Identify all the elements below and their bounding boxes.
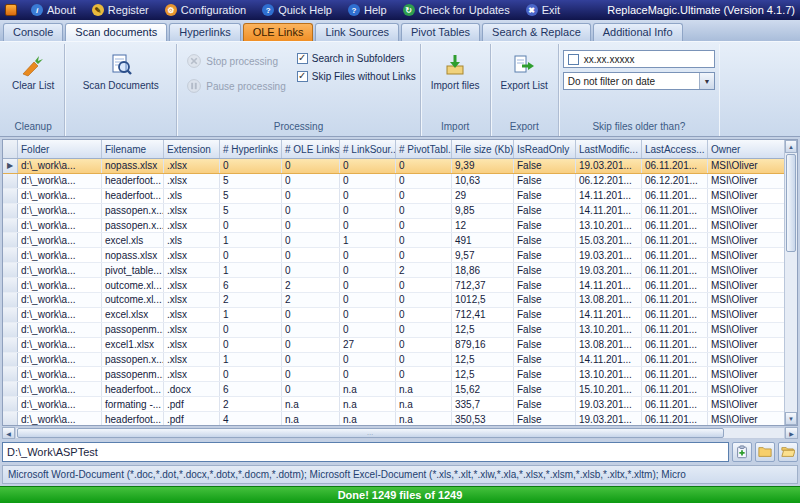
grid-cell[interactable]: .pdf bbox=[164, 397, 220, 411]
column-header-ole-links[interactable]: # OLE Links bbox=[282, 140, 340, 158]
grid-cell[interactable]: 06.11.201... bbox=[642, 367, 708, 381]
column-header-isreadonly[interactable]: IsReadOnly bbox=[514, 140, 576, 158]
grid-cell[interactable]: headerfoot... bbox=[102, 382, 164, 396]
table-row[interactable]: d:\_work\a...headerfoot....docx60n.an.a1… bbox=[3, 382, 784, 397]
grid-cell[interactable]: .xls bbox=[164, 233, 220, 247]
grid-cell[interactable]: .xlsx bbox=[164, 263, 220, 277]
grid-cell[interactable]: False bbox=[514, 323, 576, 337]
grid-cell[interactable]: 491 bbox=[452, 233, 514, 247]
grid-cell[interactable]: 14.11.201... bbox=[576, 204, 642, 218]
grid-cell[interactable]: 0 bbox=[396, 174, 452, 188]
grid-cell[interactable]: 0 bbox=[220, 323, 282, 337]
menu-item-exit[interactable]: ✖Exit bbox=[518, 0, 568, 20]
grid-cell[interactable]: 0 bbox=[282, 338, 340, 352]
grid-cell[interactable]: False bbox=[514, 204, 576, 218]
table-row[interactable]: d:\_work\a...pivot_table....xlsx100218,8… bbox=[3, 263, 784, 278]
grid-cell[interactable]: 6 bbox=[220, 382, 282, 396]
table-row[interactable]: d:\_work\a...outcome.xl....xlsx22001012,… bbox=[3, 293, 784, 308]
column-header-hyperlinks[interactable]: # Hyperlinks bbox=[220, 140, 282, 158]
grid-cell[interactable]: .pdf bbox=[164, 412, 220, 425]
date-filter-dropdown[interactable]: Do not filter on date ▼ bbox=[563, 72, 715, 90]
grid-cell[interactable]: 2 bbox=[282, 293, 340, 307]
grid-cell[interactable]: 9,39 bbox=[452, 159, 514, 173]
grid-cell[interactable]: 0 bbox=[282, 353, 340, 367]
grid-cell[interactable]: False bbox=[514, 233, 576, 247]
import-files-button[interactable]: Import files bbox=[425, 47, 486, 94]
grid-cell[interactable]: MSI\Oliver bbox=[708, 189, 784, 203]
grid-cell[interactable]: 0 bbox=[220, 248, 282, 262]
menu-item-about[interactable]: iAbout bbox=[23, 0, 84, 20]
grid-cell[interactable]: False bbox=[514, 174, 576, 188]
grid-cell[interactable]: 9,57 bbox=[452, 248, 514, 262]
grid-cell[interactable]: 0 bbox=[396, 204, 452, 218]
tab-hyperlinks[interactable]: Hyperlinks bbox=[169, 23, 240, 41]
grid-cell[interactable]: 1012,5 bbox=[452, 293, 514, 307]
grid-cell[interactable]: 06.11.201... bbox=[642, 233, 708, 247]
grid-cell[interactable]: pivot_table... bbox=[102, 263, 164, 277]
grid-cell[interactable]: 5 bbox=[220, 189, 282, 203]
grid-cell[interactable]: 0 bbox=[396, 353, 452, 367]
vertical-scrollbar[interactable]: ▲ ▼ bbox=[784, 140, 797, 425]
grid-cell[interactable]: 19.03.201... bbox=[576, 263, 642, 277]
grid-cell[interactable]: MSI\Oliver bbox=[708, 323, 784, 337]
grid-cell[interactable]: False bbox=[514, 338, 576, 352]
grid-cell[interactable]: passopenm... bbox=[102, 367, 164, 381]
grid-cell[interactable]: 06.11.201... bbox=[642, 248, 708, 262]
grid-cell[interactable]: 9,85 bbox=[452, 204, 514, 218]
table-row[interactable]: d:\_work\a...excel.xlsx.xlsx1000712,41Fa… bbox=[3, 308, 784, 323]
grid-cell[interactable]: 335,7 bbox=[452, 397, 514, 411]
grid-cell[interactable]: False bbox=[514, 278, 576, 292]
tab-search-replace[interactable]: Search & Replace bbox=[482, 23, 591, 41]
grid-cell[interactable]: d:\_work\a... bbox=[18, 263, 102, 277]
grid-cell[interactable]: MSI\Oliver bbox=[708, 367, 784, 381]
grid-cell[interactable]: 29 bbox=[452, 189, 514, 203]
grid-cell[interactable]: d:\_work\a... bbox=[18, 248, 102, 262]
grid-cell[interactable]: d:\_work\a... bbox=[18, 293, 102, 307]
grid-cell[interactable]: 14.11.201... bbox=[576, 353, 642, 367]
grid-cell[interactable]: .docx bbox=[164, 382, 220, 396]
grid-cell[interactable]: 350,53 bbox=[452, 412, 514, 425]
grid-cell[interactable]: 0 bbox=[396, 323, 452, 337]
grid-cell[interactable]: 06.11.201... bbox=[642, 293, 708, 307]
grid-cell[interactable]: 6 bbox=[220, 278, 282, 292]
grid-cell[interactable]: 15.03.201... bbox=[576, 233, 642, 247]
grid-cell[interactable]: 0 bbox=[396, 338, 452, 352]
grid-cell[interactable]: 19.03.201... bbox=[576, 412, 642, 425]
grid-cell[interactable]: 06.11.201... bbox=[642, 412, 708, 425]
grid-cell[interactable]: excel1.xlsx bbox=[102, 338, 164, 352]
grid-cell[interactable]: outcome.xl... bbox=[102, 278, 164, 292]
horizontal-scroll-track[interactable]: ⋯ bbox=[15, 427, 785, 439]
grid-cell[interactable]: 06.11.201... bbox=[642, 219, 708, 233]
table-row[interactable]: d:\_work\a...passopenm....xlsx000012,5Fa… bbox=[3, 367, 784, 382]
grid-cell[interactable]: 14.11.201... bbox=[576, 189, 642, 203]
menu-item-check-for-updates[interactable]: ↻Check for Updates bbox=[395, 0, 518, 20]
vertical-scroll-thumb[interactable] bbox=[786, 154, 796, 252]
grid-cell[interactable]: False bbox=[514, 219, 576, 233]
grid-cell[interactable]: 5 bbox=[220, 204, 282, 218]
grid-cell[interactable]: 0 bbox=[220, 159, 282, 173]
pause-processing-button[interactable]: Pause processing bbox=[181, 76, 291, 96]
scan-documents-button[interactable]: Scan Documents bbox=[77, 47, 165, 94]
grid-cell[interactable]: False bbox=[514, 159, 576, 173]
grid-cell[interactable]: 13.08.201... bbox=[576, 293, 642, 307]
grid-cell[interactable]: 0 bbox=[340, 293, 396, 307]
grid-cell[interactable]: 0 bbox=[396, 367, 452, 381]
grid-cell[interactable]: passopen.x... bbox=[102, 204, 164, 218]
grid-cell[interactable]: 19.03.201... bbox=[576, 159, 642, 173]
grid-cell[interactable]: headerfoot... bbox=[102, 412, 164, 425]
grid-cell[interactable]: 2 bbox=[396, 263, 452, 277]
grid-cell[interactable]: 0 bbox=[220, 367, 282, 381]
grid-cell[interactable]: d:\_work\a... bbox=[18, 338, 102, 352]
grid-cell[interactable]: d:\_work\a... bbox=[18, 233, 102, 247]
menu-item-help[interactable]: ?Help bbox=[340, 0, 395, 20]
table-row[interactable]: d:\_work\a...nopass.xlsx.xlsx00009,57Fal… bbox=[3, 248, 784, 263]
grid-cell[interactable]: 0 bbox=[396, 159, 452, 173]
grid-cell[interactable]: MSI\Oliver bbox=[708, 382, 784, 396]
grid-cell[interactable]: False bbox=[514, 248, 576, 262]
table-row[interactable]: d:\_work\a...headerfoot....xlsx500010,63… bbox=[3, 174, 784, 189]
grid-cell[interactable]: 0 bbox=[282, 189, 340, 203]
grid-cell[interactable]: n.a bbox=[340, 397, 396, 411]
column-header-linksour[interactable]: # LinkSour... bbox=[340, 140, 396, 158]
grid-cell[interactable]: 0 bbox=[282, 204, 340, 218]
table-row[interactable]: ▶d:\_work\a...nopass.xlsx.xlsx00009,39Fa… bbox=[3, 159, 784, 174]
